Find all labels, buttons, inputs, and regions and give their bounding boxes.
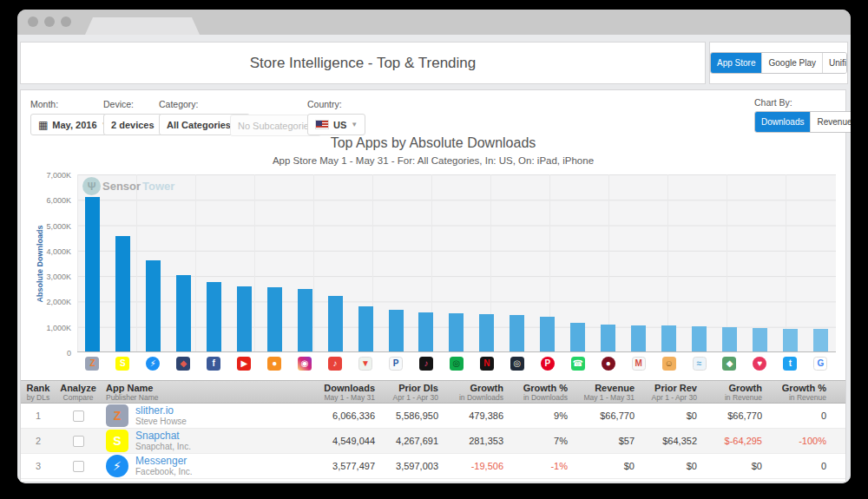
store-tab-app-store[interactable]: App Store: [711, 53, 761, 73]
chart-by-revenue-button[interactable]: Revenue: [810, 112, 851, 132]
window-zoom-button[interactable]: [61, 16, 71, 27]
growth-pct-value: 7%: [505, 429, 569, 453]
publisher-name: Steve Howse: [135, 417, 187, 427]
y-tick-label: 2,000K: [46, 298, 71, 306]
chart-bar[interactable]: [479, 314, 494, 351]
rank-value: 3: [21, 454, 56, 478]
chart-bar[interactable]: [418, 312, 433, 351]
chart-bar[interactable]: [722, 327, 737, 351]
rev-growth-value: $66,770: [699, 404, 764, 428]
publisher-name: Facebook, Inc.: [135, 467, 193, 477]
main-panel: Month: ▦ May, 2016 ▼ Device: 2 devices ▼…: [20, 89, 846, 483]
chart-bar[interactable]: [267, 287, 282, 351]
y-tick-label: 1,000K: [46, 324, 71, 332]
category-dropdown-value: All Categories: [167, 120, 231, 130]
chart-bar[interactable]: [358, 306, 373, 351]
app-name-link[interactable]: slither.io: [135, 405, 187, 417]
chart-bar[interactable]: [237, 286, 252, 351]
store-toggle-box: App Store Google Play Unified: [709, 42, 848, 84]
youtube-icon: ▶: [237, 357, 251, 371]
google-maps-icon: ▼: [358, 357, 372, 371]
chart-bar[interactable]: [753, 328, 767, 351]
chart-by-group: Chart By: Downloads Revenue: [754, 97, 851, 133]
messenger-app-icon: ⚡: [106, 455, 128, 477]
messenger-icon: ⚡: [146, 357, 160, 371]
country-dropdown[interactable]: US ▼: [307, 114, 365, 135]
revenue-value: $0: [569, 454, 636, 478]
musically-icon: ♪: [419, 357, 433, 371]
app-23-icon: ♥: [753, 357, 766, 371]
snapchat-app-icon: S: [106, 430, 128, 452]
app-13-icon: ◎: [450, 357, 464, 371]
downloads-value: 4,549,044: [297, 429, 377, 453]
compare-checkbox[interactable]: [73, 436, 84, 447]
prior-dls-value: 3,597,003: [377, 454, 440, 478]
twitter-icon: t: [783, 357, 797, 371]
chevron-down-icon: ▼: [351, 121, 358, 128]
us-flag-icon: [315, 120, 329, 129]
rev-growth-value: $0: [699, 454, 764, 478]
chart-bar[interactable]: [601, 325, 615, 351]
slither-io-app-icon: Z: [106, 404, 128, 427]
growth-pct-value: -1%: [505, 454, 569, 478]
chart-by-toggle: Downloads Revenue: [754, 111, 851, 133]
chart-bar[interactable]: [328, 296, 343, 351]
rev-growth-pct-value: 0: [764, 454, 828, 478]
facebook-icon: f: [207, 357, 220, 371]
prior-dls-value: 5,586,950: [377, 404, 440, 428]
chart-bar[interactable]: [661, 325, 676, 351]
chart-bar[interactable]: [207, 282, 221, 351]
netflix-icon: N: [480, 357, 494, 371]
store-tab-unified[interactable]: Unified: [822, 53, 847, 73]
chart-plot-area: Ψ SensorTower: [77, 174, 836, 352]
chart-bar[interactable]: [631, 325, 646, 351]
chart-bar[interactable]: [813, 329, 828, 351]
browser-titlebar: [17, 10, 851, 35]
chart-bar[interactable]: [783, 329, 798, 351]
pinterest-icon: P: [541, 357, 555, 371]
google-icon: G: [813, 357, 827, 371]
chart-bar[interactable]: [176, 275, 191, 351]
store-toggle-group: App Store Google Play Unified: [710, 52, 847, 74]
chart-by-label: Chart By:: [754, 97, 851, 108]
window-minimize-button[interactable]: [44, 16, 55, 27]
chart-bar[interactable]: [570, 323, 585, 351]
chart-bar[interactable]: [115, 236, 130, 351]
pandora-icon: P: [389, 357, 403, 371]
browser-tab[interactable]: [85, 17, 200, 35]
compare-checkbox[interactable]: [73, 410, 84, 422]
downloads-value: 6,066,336: [297, 404, 377, 428]
publisher-name: Snapchat, Inc.: [135, 442, 191, 452]
chart-by-downloads-button[interactable]: Downloads: [755, 112, 810, 132]
app-21-icon: ≈: [693, 357, 707, 371]
chart-bar[interactable]: [540, 317, 555, 351]
y-tick-label: 4,000K: [46, 247, 71, 256]
chart-subtitle: App Store May 1 - May 31 - For: All Cate…: [21, 155, 845, 166]
app-18-icon: ●: [602, 357, 615, 371]
chart-bar[interactable]: [85, 197, 100, 351]
subcategory-dropdown-value: No Subcategories: [238, 121, 313, 131]
chart-bar[interactable]: [449, 313, 464, 351]
chart-bar[interactable]: [510, 315, 524, 351]
prior-dls-value: 4,267,691: [377, 429, 440, 453]
y-tick-label: 0: [67, 349, 71, 358]
chart-bar[interactable]: [692, 326, 707, 351]
compare-checkbox[interactable]: [73, 461, 84, 472]
window-close-button[interactable]: [28, 16, 38, 27]
page-title-box: Store Intelligence - Top & Trending: [20, 42, 706, 84]
page-title: Store Intelligence - Top & Trending: [250, 55, 477, 72]
y-tick-label: 6,000K: [46, 196, 71, 205]
prior-rev-value: $0: [636, 404, 699, 428]
chart-bar[interactable]: [146, 260, 161, 351]
downloads-value: 3,577,497: [297, 454, 377, 478]
revenue-value: $57: [569, 429, 636, 453]
app-name-link[interactable]: Messenger: [135, 456, 193, 467]
growth-value: 479,386: [440, 404, 505, 428]
chart-bar[interactable]: [298, 289, 312, 351]
browser-window: Store Intelligence - Top & Trending App …: [17, 10, 851, 483]
store-tab-google-play[interactable]: Google Play: [761, 53, 821, 73]
chart-bar[interactable]: [389, 310, 404, 351]
growth-value: 281,353: [440, 429, 505, 453]
app-name-link[interactable]: Snapchat: [135, 430, 191, 442]
rev-growth-pct-value: 0: [764, 404, 828, 428]
